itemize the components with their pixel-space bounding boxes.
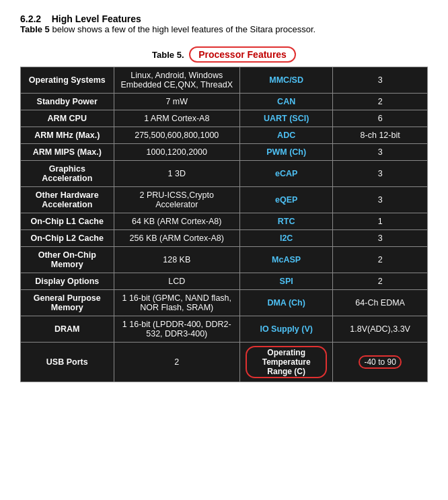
section-title: 6.2.2 High Level Features <box>20 13 141 24</box>
row-left-header: USB Ports <box>21 343 114 382</box>
section-number: 6.2.2 <box>20 13 41 24</box>
row-mid-value: 1 16-bit (LPDDR-400, DDR2-532, DDR3-400) <box>114 316 240 343</box>
row-right-header: eCAP <box>240 161 333 187</box>
highlighted-right-label: Operating Temperature Range (C) <box>246 346 327 378</box>
row-left-header: Operating Systems <box>21 67 114 94</box>
row-right-value: 3 <box>333 161 428 187</box>
row-right-value: 8-ch 12-bit <box>333 127 428 144</box>
row-right-header: McASP <box>240 247 333 273</box>
row-mid-value: 256 KB (ARM Cortex-A8) <box>114 230 240 247</box>
row-mid-value: 1 ARM Cortex-A8 <box>114 110 240 127</box>
row-mid-value: 275,500,600,800,1000 <box>114 127 240 144</box>
row-left-header: On-Chip L1 Cache <box>21 213 114 230</box>
features-table: Operating SystemsLinux, Android, Windows… <box>20 67 428 382</box>
row-mid-value: 1 16-bit (GPMC, NAND flash, NOR Flash, S… <box>114 290 240 316</box>
row-mid-value: Linux, Android, Windows Embedded CE,QNX,… <box>114 67 240 94</box>
row-mid-value: 1 3D <box>114 161 240 187</box>
row-mid-value: 7 mW <box>114 94 240 110</box>
row-right-value: 6 <box>333 110 428 127</box>
row-right-header: CAN <box>240 94 333 110</box>
section-header: 6.2.2 High Level Features <box>20 13 428 24</box>
row-left-header: ARM MHz (Max.) <box>21 127 114 144</box>
row-left-header: On-Chip L2 Cache <box>21 230 114 247</box>
row-left-header: ARM CPU <box>21 110 114 127</box>
row-right-header: UART (SCI) <box>240 110 333 127</box>
row-right-value: 3 <box>333 144 428 161</box>
row-left-header: Graphics Acceleration <box>21 161 114 187</box>
row-left-header: Other On-Chip Memory <box>21 247 114 273</box>
row-left-header: Display Options <box>21 273 114 290</box>
row-right-value: 2 <box>333 247 428 273</box>
table-title: Table 5. Processor Features <box>20 46 428 63</box>
row-right-header: eQEP <box>240 187 333 213</box>
processor-features-label: Processor Features <box>189 46 296 63</box>
row-mid-value: 2 <box>114 343 240 382</box>
row-right-value: 2 <box>333 94 428 110</box>
row-left-header: ARM MIPS (Max.) <box>21 144 114 161</box>
row-left-header: DRAM <box>21 316 114 343</box>
row-right-value: 3 <box>333 187 428 213</box>
row-right-value: 2 <box>333 273 428 290</box>
highlighted-val: -40 to 90 <box>359 355 401 369</box>
row-right-header: IO Supply (V) <box>240 316 333 343</box>
row-right-value: 3 <box>333 230 428 247</box>
row-right-value: 64-Ch EDMA <box>333 290 428 316</box>
row-right-value: 1.8V(ADC),3.3V <box>333 316 428 343</box>
row-right-value: -40 to 90 <box>333 343 428 382</box>
row-right-header: Operating Temperature Range (C) <box>240 343 333 382</box>
row-right-value: 1 <box>333 213 428 230</box>
section-title-text: High Level Features <box>52 13 141 24</box>
row-mid-value: LCD <box>114 273 240 290</box>
row-right-header: DMA (Ch) <box>240 290 333 316</box>
description-suffix: below shows a few of the high level feat… <box>50 24 315 34</box>
row-left-header: Standby Power <box>21 94 114 110</box>
row-right-header: I2C <box>240 230 333 247</box>
row-left-header: Other Hardware Acceleration <box>21 187 114 213</box>
description-text: Table 5 below shows a few of the high le… <box>20 24 428 34</box>
row-right-value: 3 <box>333 67 428 94</box>
row-right-header: SPI <box>240 273 333 290</box>
row-right-header: PWM (Ch) <box>240 144 333 161</box>
row-right-header: ADC <box>240 127 333 144</box>
row-right-header: RTC <box>240 213 333 230</box>
row-mid-value: 128 KB <box>114 247 240 273</box>
row-mid-value: 2 PRU-ICSS,Crypto Accelerator <box>114 187 240 213</box>
row-right-header: MMC/SD <box>240 67 333 94</box>
table-number: Table 5. <box>152 50 184 60</box>
row-left-header: General Purpose Memory <box>21 290 114 316</box>
row-mid-value: 1000,1200,2000 <box>114 144 240 161</box>
table-ref: Table 5 <box>20 24 50 34</box>
row-mid-value: 64 KB (ARM Cortex-A8) <box>114 213 240 230</box>
